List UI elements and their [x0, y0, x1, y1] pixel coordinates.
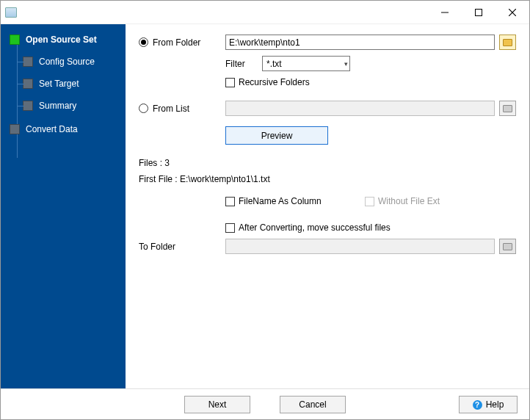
- nav-convert-data[interactable]: Convert Data: [1, 120, 126, 139]
- to-folder-input: [225, 239, 495, 254]
- wizard-footer: Next Cancel ? Help: [1, 388, 529, 419]
- checkbox-icon: [225, 197, 235, 206]
- help-button[interactable]: ? Help: [459, 396, 518, 413]
- maximize-button[interactable]: [462, 1, 495, 23]
- preview-label: Preview: [261, 131, 293, 141]
- first-file: First File : E:\work\temp\nto1\1.txt: [139, 174, 516, 184]
- recursive-label: Recursive Folders: [239, 77, 310, 87]
- browse-from-list-button[interactable]: [499, 101, 516, 116]
- recursive-folders-checkbox[interactable]: Recursive Folders: [225, 77, 310, 87]
- without-file-ext-checkbox: Without File Ext: [365, 196, 440, 206]
- next-label: Next: [208, 399, 227, 410]
- from-folder-value: E:\work\temp\nto1: [229, 37, 300, 48]
- svg-rect-1: [476, 9, 482, 15]
- folder-icon: [503, 243, 512, 250]
- nav-label: Set Target: [39, 79, 79, 89]
- browse-to-folder-button: [499, 239, 516, 254]
- filename-as-column-label: FileName As Column: [239, 196, 322, 206]
- file-icon: [503, 105, 512, 112]
- wizard-sidebar: Open Source Set Config Source Set Target…: [1, 24, 126, 388]
- step-icon: [23, 57, 33, 67]
- folder-icon: [503, 39, 512, 46]
- from-folder-label: From Folder: [153, 37, 200, 48]
- browse-from-folder-button[interactable]: [499, 35, 516, 50]
- titlebar: [1, 1, 529, 24]
- window-controls: [428, 1, 529, 23]
- cancel-button[interactable]: Cancel: [280, 396, 346, 413]
- step-icon: [23, 101, 33, 111]
- after-converting-checkbox[interactable]: After Converting, move successful files: [225, 222, 391, 233]
- nav-open-source-set[interactable]: Open Source Set: [1, 30, 126, 49]
- to-folder-label: To Folder: [139, 242, 175, 252]
- without-ext-label: Without File Ext: [378, 196, 440, 206]
- nav-label: Open Source Set: [26, 35, 97, 45]
- radio-icon: [139, 104, 148, 113]
- nav-config-source[interactable]: Config Source: [1, 52, 126, 71]
- chevron-down-icon: ▾: [344, 60, 348, 68]
- from-folder-radio[interactable]: From Folder: [139, 37, 225, 48]
- nav-label: Config Source: [39, 57, 95, 67]
- cancel-label: Cancel: [299, 399, 326, 410]
- wizard-window: Open Source Set Config Source Set Target…: [0, 0, 530, 420]
- step-icon: [23, 79, 33, 89]
- filter-label: Filter: [225, 59, 262, 69]
- filename-as-column-checkbox[interactable]: FileName As Column: [225, 196, 365, 206]
- step-icon: [10, 124, 20, 134]
- nav-label: Summary: [39, 101, 76, 111]
- checkbox-icon: [225, 78, 235, 87]
- step-icon: [10, 35, 20, 45]
- nav-label: Convert Data: [26, 124, 78, 134]
- from-list-input[interactable]: [225, 101, 495, 116]
- next-button[interactable]: Next: [184, 396, 250, 413]
- after-converting-label: After Converting, move successful files: [239, 222, 391, 233]
- from-list-label: From List: [153, 104, 189, 114]
- filter-value: *.txt: [266, 59, 282, 69]
- close-button[interactable]: [495, 1, 529, 23]
- nav-summary[interactable]: Summary: [1, 96, 126, 115]
- checkbox-icon: [225, 223, 235, 233]
- help-icon: ?: [473, 400, 482, 410]
- app-icon: [5, 7, 17, 18]
- files-count: Files : 3: [139, 158, 516, 168]
- from-folder-input[interactable]: E:\work\temp\nto1: [225, 35, 495, 50]
- help-label: Help: [486, 399, 504, 410]
- content-pane: From Folder E:\work\temp\nto1 Filter *.t…: [126, 24, 529, 388]
- checkbox-icon: [365, 197, 374, 206]
- radio-icon: [139, 37, 148, 47]
- minimize-button[interactable]: [428, 1, 462, 23]
- filter-combo[interactable]: *.txt ▾: [262, 56, 350, 71]
- from-list-radio[interactable]: From List: [139, 104, 225, 114]
- nav-set-target[interactable]: Set Target: [1, 74, 126, 93]
- preview-button[interactable]: Preview: [225, 126, 328, 145]
